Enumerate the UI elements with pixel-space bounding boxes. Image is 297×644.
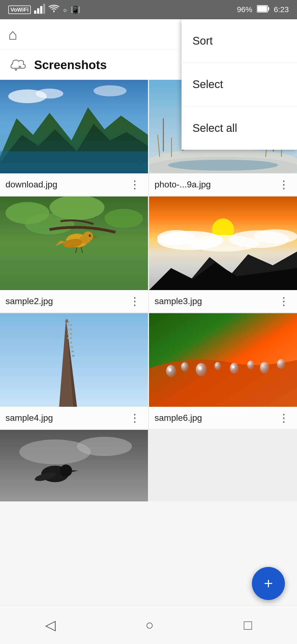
back-button[interactable]: ◁ [45, 617, 56, 633]
svg-rect-10 [0, 151, 148, 173]
status-bar: VoWiFi ⬦ 📳 96% [0, 0, 297, 19]
svg-rect-54 [67, 324, 69, 326]
time-display: 6:23 [274, 5, 289, 14]
grid-item[interactable] [0, 430, 148, 501]
svg-rect-1 [37, 8, 39, 14]
grid-item[interactable]: download.jpg ⋮ [0, 80, 148, 195]
grid-item[interactable]: sample4.jpg ⋮ [0, 313, 148, 429]
vowifi-indicator: VoWiFi [8, 6, 31, 14]
svg-point-69 [181, 362, 189, 372]
bluetooth-icon: ⬦ [63, 5, 67, 14]
select-menu-item[interactable]: Select [182, 63, 297, 106]
svg-rect-60 [70, 333, 72, 335]
more-options-icon[interactable]: ⋮ [127, 409, 142, 426]
svg-point-48 [188, 235, 259, 252]
svg-point-13 [94, 85, 127, 96]
svg-rect-65 [72, 355, 75, 357]
select-all-menu-item[interactable]: Select all [182, 106, 297, 150]
status-left: VoWiFi ⬦ 📳 [8, 4, 80, 16]
svg-point-72 [230, 363, 239, 374]
recents-button[interactable]: □ [244, 617, 252, 633]
battery-percent: 96% [237, 5, 252, 14]
grid-caption: sample4.jpg ⋮ [0, 407, 148, 429]
svg-rect-3 [43, 4, 45, 14]
add-icon: + [264, 576, 273, 591]
grid-item[interactable]: sample2.jpg ⋮ [0, 197, 148, 312]
svg-rect-56 [67, 333, 69, 335]
add-button[interactable]: + [252, 567, 285, 600]
more-options-icon[interactable]: ⋮ [127, 293, 142, 310]
svg-rect-57 [67, 337, 69, 339]
svg-rect-62 [70, 342, 72, 343]
context-menu: Sort Select Select all [182, 19, 297, 150]
svg-point-12 [36, 89, 63, 99]
svg-marker-9 [0, 124, 148, 173]
grid-caption: download.jpg ⋮ [0, 173, 148, 195]
svg-rect-2 [40, 6, 42, 14]
svg-point-81 [77, 437, 132, 456]
grid-caption: sample6.jpg ⋮ [149, 407, 297, 429]
svg-point-73 [247, 361, 254, 369]
svg-point-74 [260, 362, 269, 373]
signal-bars [34, 4, 45, 16]
filename-label: photo-...9a.jpg [155, 179, 211, 190]
filename-label: sample4.jpg [6, 413, 53, 423]
filename-label: sample3.jpg [155, 296, 202, 306]
svg-rect-15 [163, 118, 164, 151]
svg-rect-61 [70, 337, 72, 339]
more-options-icon[interactable]: ⋮ [276, 293, 292, 310]
cloud-sync-icon [8, 57, 28, 73]
svg-rect-0 [34, 10, 36, 14]
home-icon[interactable]: ⌂ [8, 26, 17, 43]
svg-point-32 [25, 214, 74, 234]
svg-rect-5 [268, 7, 269, 10]
svg-point-47 [254, 229, 297, 244]
svg-rect-59 [70, 329, 72, 330]
more-options-icon[interactable]: ⋮ [276, 176, 292, 193]
battery-icon [257, 5, 270, 15]
wifi-icon [48, 4, 59, 16]
svg-point-37 [90, 235, 91, 236]
grid-item[interactable]: sample3.jpg ⋮ [149, 197, 297, 312]
svg-rect-58 [70, 324, 72, 326]
svg-point-76 [169, 368, 171, 372]
svg-point-83 [60, 465, 72, 477]
home-button[interactable]: ○ [145, 617, 154, 633]
svg-point-68 [166, 365, 176, 377]
svg-rect-63 [71, 346, 73, 348]
svg-point-23 [168, 160, 278, 171]
svg-point-35 [83, 231, 93, 241]
svg-point-78 [232, 365, 235, 369]
filename-label: sample2.jpg [6, 296, 53, 306]
svg-point-31 [105, 209, 143, 228]
sort-menu-item[interactable]: Sort [182, 19, 297, 63]
svg-rect-64 [72, 351, 74, 352]
svg-rect-25 [171, 138, 172, 157]
section-title: Screenshots [34, 58, 107, 72]
svg-rect-55 [67, 329, 69, 330]
svg-point-75 [277, 359, 285, 369]
status-right: 96% 6:23 [237, 5, 289, 15]
grid-caption: sample3.jpg ⋮ [149, 290, 297, 312]
more-options-icon[interactable]: ⋮ [276, 409, 292, 426]
svg-point-71 [215, 362, 221, 370]
grid-caption: sample2.jpg ⋮ [0, 290, 148, 312]
svg-rect-6 [257, 6, 267, 12]
grid-caption: photo-...9a.jpg ⋮ [149, 173, 297, 195]
filename-label: download.jpg [6, 179, 57, 190]
svg-marker-8 [0, 107, 148, 173]
vibrate-icon: 📳 [71, 5, 80, 14]
filename-label: sample6.jpg [155, 413, 202, 423]
more-options-icon[interactable]: ⋮ [127, 176, 142, 193]
svg-point-77 [199, 366, 202, 370]
navigation-bar: ◁ ○ □ [0, 605, 297, 644]
grid-item[interactable]: sample6.jpg ⋮ [149, 313, 297, 429]
